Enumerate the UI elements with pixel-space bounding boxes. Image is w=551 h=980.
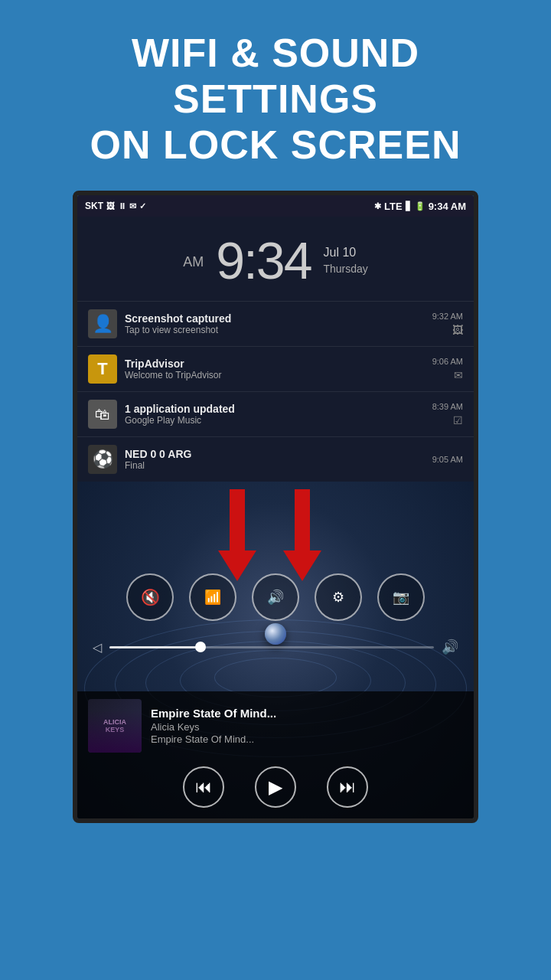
- lock-controls: 🔇 📶 🔊 ⚙ 📷: [77, 573, 474, 621]
- screenshot-icon: 🖼: [106, 201, 115, 211]
- tripadvisor-notif-meta: 9:06 AM ✉: [432, 357, 463, 381]
- soccer-notif-sub: Final: [125, 460, 425, 471]
- vol-high-icon: 🔊: [442, 639, 458, 655]
- ampm-label: AM: [183, 254, 204, 270]
- screenshot-notif-title: Screenshot captured: [125, 312, 425, 325]
- screenshot-notif-sub: Tap to view screenshot: [125, 325, 425, 335]
- wifi-button[interactable]: 📶: [189, 573, 236, 621]
- screenshot-notif-content: Screenshot captured Tap to view screensh…: [125, 312, 425, 335]
- soccer-notif-title: NED 0 0 ARG: [125, 448, 425, 460]
- vol-low-icon: ◁: [93, 640, 102, 655]
- notification-tripadvisor[interactable]: T TripAdvisor Welcome to TripAdvisor 9:0…: [77, 346, 474, 391]
- tripadvisor-notif-title: TripAdvisor: [125, 358, 425, 370]
- soccer-notif-meta: 9:05 AM: [432, 455, 463, 464]
- lock-screen-area: 🔇 📶 🔊 ⚙ 📷 ◁ 🔊: [77, 482, 474, 818]
- arrows-container: [199, 482, 352, 589]
- soccer-notif-icon: ⚽: [88, 445, 117, 474]
- tripadvisor-notif-icon: T: [88, 354, 117, 384]
- svg-marker-1: [218, 489, 256, 581]
- screenshot-notif-time: 9:32 AM: [432, 312, 463, 321]
- status-bar: SKT 🖼 ⏸ ✉ ✓ ✱ LTE ▋ 🔋 9:34 AM: [77, 195, 474, 217]
- update-notif-title: 1 application updated: [125, 403, 425, 415]
- page-title: WIFI & SOUND SETTINGS ON LOCK SCREEN: [0, 0, 551, 191]
- clock-time: 9:34: [216, 230, 311, 290]
- tripadvisor-notif-content: TripAdvisor Welcome to TripAdvisor: [125, 358, 425, 381]
- wifi-icon: 📶: [204, 589, 221, 606]
- bluetooth-icon: ✱: [374, 201, 381, 211]
- album-name: Empire State Of Mind...: [151, 733, 463, 745]
- screenshot-notif-icon: 👤: [88, 309, 117, 338]
- notification-update[interactable]: 🛍 1 application updated Google Play Musi…: [77, 391, 474, 436]
- update-notif-meta: 8:39 AM ☑: [432, 402, 463, 426]
- status-time: 9:34 AM: [429, 201, 466, 212]
- lte-label: LTE: [384, 201, 403, 212]
- carrier-label: SKT: [85, 201, 103, 211]
- day-label: Thursday: [324, 262, 368, 277]
- signal-icon: ▋: [406, 201, 412, 211]
- camera-button[interactable]: 📷: [377, 573, 425, 621]
- date-label: Jul 10: [324, 244, 368, 261]
- screenshot-notif-badge: 🖼: [452, 324, 463, 336]
- music-info: ALICIAKEYS Empire State Of Mind... Alici…: [77, 691, 474, 760]
- music-player: ALICIAKEYS Empire State Of Mind... Alici…: [77, 691, 474, 818]
- update-notif-content: 1 application updated Google Play Music: [125, 403, 425, 426]
- update-notif-sub: Google Play Music: [125, 415, 425, 426]
- music-controls: ⏮ ▶ ⏭: [77, 760, 474, 818]
- next-icon: ⏭: [339, 777, 356, 797]
- prev-button[interactable]: ⏮: [183, 766, 224, 808]
- update-notif-time: 8:39 AM: [432, 402, 463, 411]
- check-icon: ✓: [139, 201, 146, 211]
- mute-icon: 🔇: [141, 588, 160, 606]
- screenshot-notif-meta: 9:32 AM 🖼: [432, 312, 463, 336]
- tripadvisor-notif-sub: Welcome to TripAdvisor: [125, 370, 425, 381]
- volume-icon: 🔊: [267, 589, 284, 606]
- volume-slider-fill: [109, 646, 201, 648]
- update-notif-icon: 🛍: [88, 400, 117, 429]
- phone-mockup: SKT 🖼 ⏸ ✉ ✓ ✱ LTE ▋ 🔋 9:34 AM AM 9:34 Ju…: [73, 191, 478, 823]
- notification-soccer[interactable]: ⚽ NED 0 0 ARG Final 9:05 AM: [77, 436, 474, 482]
- artist-name: Alicia Keys: [151, 721, 463, 733]
- song-title: Empire State Of Mind...: [151, 707, 463, 720]
- volume-slider-track[interactable]: [109, 646, 434, 648]
- camera-icon: 📷: [393, 589, 409, 606]
- album-art: ALICIAKEYS: [88, 699, 142, 753]
- volume-button[interactable]: 🔊: [252, 573, 299, 621]
- mail-icon: ✉: [129, 201, 136, 211]
- battery-icon: 🔋: [415, 201, 425, 211]
- mute-button[interactable]: 🔇: [126, 573, 174, 621]
- time-display: AM 9:34 Jul 10 Thursday: [77, 217, 474, 301]
- volume-slider-row: ◁ 🔊: [93, 639, 458, 655]
- tripadvisor-notif-time: 9:06 AM: [432, 357, 463, 366]
- pause-icon: ⏸: [118, 201, 126, 211]
- volume-slider-thumb[interactable]: [195, 642, 206, 652]
- notification-panel: AM 9:34 Jul 10 Thursday 👤 Screenshot cap…: [77, 217, 474, 482]
- settings-icon: ⚙: [332, 589, 344, 606]
- date-display: Jul 10 Thursday: [324, 244, 368, 276]
- music-text: Empire State Of Mind... Alicia Keys Empi…: [151, 707, 463, 745]
- play-icon: ▶: [269, 776, 282, 798]
- soccer-notif-content: NED 0 0 ARG Final: [125, 448, 425, 471]
- next-button[interactable]: ⏭: [327, 766, 368, 808]
- play-button[interactable]: ▶: [255, 766, 296, 808]
- soccer-notif-time: 9:05 AM: [432, 455, 463, 464]
- prev-icon: ⏮: [195, 777, 212, 797]
- svg-marker-2: [283, 489, 321, 581]
- notification-screenshot[interactable]: 👤 Screenshot captured Tap to view screen…: [77, 301, 474, 346]
- settings-button[interactable]: ⚙: [315, 573, 362, 621]
